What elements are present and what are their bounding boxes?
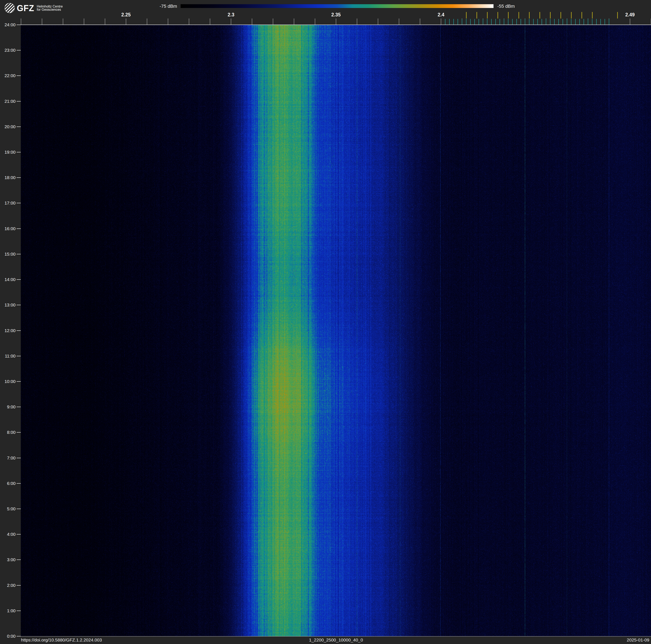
freq-tick-label: 2.4 [438, 12, 444, 18]
wifi-channel-tick [508, 12, 508, 19]
ble-channel-tick [600, 19, 601, 25]
ble-channel-tick [525, 19, 525, 25]
freq-minor-tick [294, 19, 294, 25]
ble-channel-tick [445, 19, 445, 25]
time-axis-label: 0:00 [1, 634, 16, 639]
freq-minor-tick [210, 19, 210, 25]
time-axis-label: 3:00 [1, 557, 16, 562]
wifi-channel-tick [497, 12, 498, 19]
time-axis-label: 15:00 [1, 252, 16, 257]
ble-channel-tick [609, 19, 609, 25]
wifi-channel-tick [476, 12, 477, 19]
time-axis-label: 17:00 [1, 201, 16, 206]
time-axis-label: 12:00 [1, 328, 16, 333]
time-axis-label: 10:00 [1, 379, 16, 384]
ble-channel-tick [584, 19, 584, 25]
wifi-channel-tick [571, 12, 571, 19]
ble-channel-tick [470, 19, 471, 25]
time-axis-label: 18:00 [1, 175, 16, 180]
ble-channel-tick [474, 19, 475, 25]
freq-tick-label: 2.49 [625, 12, 635, 18]
ble-channel-tick [588, 19, 588, 25]
freq-minor-tick [168, 19, 168, 25]
ble-channel-tick [512, 19, 513, 25]
ble-channel-tick [487, 19, 488, 25]
ble-channel-tick [449, 19, 450, 25]
time-axis-label: 13:00 [1, 302, 16, 308]
freq-minor-tick [63, 19, 63, 25]
time-axis-label: 22:00 [1, 73, 16, 78]
colorbar-max-label: -55 dBm [497, 4, 515, 9]
ble-channel-tick [500, 19, 500, 25]
freq-minor-tick [336, 19, 336, 25]
freq-minor-tick [357, 19, 357, 25]
freq-minor-tick [378, 19, 378, 25]
time-axis-label: 11:00 [1, 354, 16, 358]
logo-name-line1: Helmholtz Centre [37, 5, 63, 8]
freq-minor-tick [147, 19, 147, 25]
ble-channel-tick [604, 19, 605, 25]
time-axis-label: 6:00 [1, 481, 16, 486]
wifi-channel-tick [617, 12, 618, 19]
time-axis-label: 24:00 [1, 22, 16, 27]
time-axis-label: 21:00 [1, 99, 16, 104]
wifi-channel-tick [560, 12, 561, 19]
ble-channel-tick [466, 19, 466, 25]
ble-channel-tick [558, 19, 559, 25]
ble-channel-tick [546, 19, 546, 25]
freq-tick-label: 2.3 [228, 12, 235, 18]
ble-channel-tick [454, 19, 454, 25]
ble-channel-tick [517, 19, 517, 25]
freq-minor-tick [273, 19, 273, 25]
time-axis-label: 4:00 [1, 532, 16, 537]
time-axis-label: 23:00 [1, 48, 16, 53]
ble-channel-tick [533, 19, 534, 25]
ble-channel-tick [579, 19, 580, 25]
freq-minor-tick [252, 19, 252, 25]
ble-channel-tick [567, 19, 567, 25]
ble-channel-tick [529, 19, 529, 25]
freq-tick-label: 2.25 [121, 12, 131, 18]
ble-channel-tick [541, 19, 542, 25]
wifi-channel-tick [592, 12, 593, 19]
ble-channel-tick [508, 19, 508, 25]
time-axis-label: 5:00 [1, 506, 16, 511]
globe-stripes-icon [5, 3, 15, 13]
time-axis-label: 1:00 [1, 608, 16, 613]
freq-minor-tick [189, 19, 189, 25]
freq-minor-tick [42, 19, 42, 25]
wifi-channel-tick [466, 12, 467, 19]
wifi-channel-tick [550, 12, 551, 19]
ble-channel-tick [462, 19, 462, 25]
time-axis-label: 9:00 [1, 404, 16, 409]
ble-channel-tick [537, 19, 538, 25]
footer-dataset-id: 1_2200_2500_10000_40_0 [21, 638, 651, 643]
wifi-channel-tick [487, 12, 488, 19]
ble-channel-tick [504, 19, 504, 25]
logo-name-line2: for Geosciences [37, 8, 63, 11]
time-axis-label: 8:00 [1, 430, 16, 435]
time-axis-label: 19:00 [1, 150, 16, 155]
wifi-channel-tick [539, 12, 540, 19]
freq-minor-tick [399, 19, 399, 25]
freq-minor-tick [630, 19, 630, 25]
ble-channel-tick [491, 19, 492, 25]
time-axis-label: 16:00 [1, 226, 16, 231]
ble-channel-tick [596, 19, 597, 25]
freq-minor-tick [21, 19, 21, 25]
freq-minor-tick [84, 19, 84, 25]
gfz-logo: GFZ Helmholtz Centre for Geosciences [5, 3, 63, 13]
spectrogram-canvas [21, 25, 651, 636]
freq-minor-tick [441, 19, 441, 25]
ble-channel-tick [521, 19, 521, 25]
time-axis-label: 7:00 [1, 456, 16, 461]
freq-minor-tick [231, 19, 231, 25]
freq-minor-tick [126, 19, 126, 25]
time-axis-label: 14:00 [1, 277, 16, 282]
footer-date: 2025-01-09 [627, 638, 649, 643]
freq-minor-tick [105, 19, 105, 25]
ble-channel-tick [575, 19, 576, 25]
ble-channel-tick [563, 19, 563, 25]
freq-tick-label: 2.35 [331, 12, 341, 18]
logo-acronym: GFZ [17, 3, 34, 13]
